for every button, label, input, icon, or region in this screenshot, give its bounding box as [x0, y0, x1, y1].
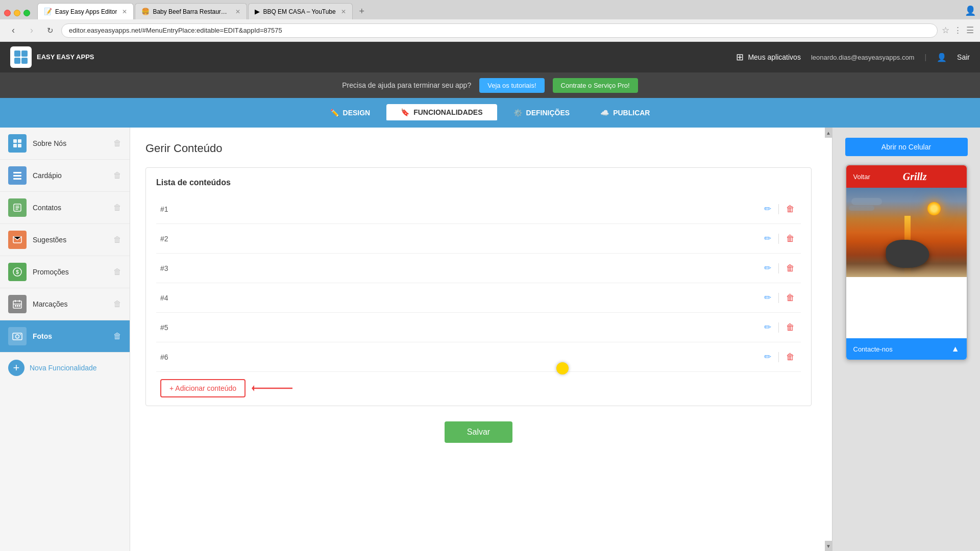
tab3-close[interactable]: ✕	[341, 8, 346, 15]
open-mobile-btn[interactable]: Abrir no Celular	[845, 138, 968, 156]
tab-funcionalidades[interactable]: 🔖 FUNCIONALIDADES	[386, 104, 497, 122]
bookmark-icon[interactable]: ☆	[942, 25, 949, 36]
item1-edit-btn[interactable]: ✏	[762, 202, 773, 216]
tab2-close[interactable]: ✕	[235, 8, 240, 15]
close-window-btn[interactable]	[4, 10, 11, 16]
tab3-favicon: ▶	[255, 8, 260, 15]
minimize-window-btn[interactable]	[14, 10, 20, 16]
sidebar-item-sugestoes[interactable]: Sugestões 🗑	[0, 224, 130, 256]
sugestoes-delete[interactable]: 🗑	[113, 235, 121, 244]
content-item-2: #2 ✏ 🗑	[156, 224, 801, 254]
item3-delete-btn[interactable]: 🗑	[784, 261, 797, 276]
tab1-close[interactable]: ✕	[122, 8, 127, 15]
svg-text:$: $	[16, 269, 19, 275]
extensions-icon[interactable]: ⋮	[953, 25, 962, 36]
back-btn[interactable]: ‹	[6, 23, 20, 38]
browser-tab-1[interactable]: 📝 Easy Easy Apps Editor ✕	[37, 3, 134, 19]
pro-btn[interactable]: Contrate o Serviço Pro!	[553, 78, 638, 93]
tab2-favicon: 🍔	[141, 8, 150, 15]
tab1-favicon: 📝	[44, 8, 52, 15]
contatos-delete[interactable]: 🗑	[113, 203, 121, 212]
item4-delete-btn[interactable]: 🗑	[784, 291, 797, 305]
apps-btn[interactable]: ⊞ Meus aplicativos	[736, 52, 801, 63]
cardapio-delete[interactable]: 🗑	[113, 171, 121, 180]
reload-btn[interactable]: ↻	[43, 23, 57, 38]
sidebar: Sobre Nós 🗑 Cardápio 🗑 Contatos 🗑	[0, 128, 130, 551]
logo-area: EASY EASY APPS	[10, 46, 94, 68]
add-content-btn[interactable]: + Adicionar conteúdo	[160, 379, 246, 397]
tab-design[interactable]: ✏️ DESIGN	[316, 105, 385, 121]
sobre-nos-delete[interactable]: 🗑	[113, 139, 121, 148]
phone-header: Voltar Grillz	[846, 165, 967, 188]
item6-actions: ✏ 🗑	[762, 349, 797, 364]
item2-edit-btn[interactable]: ✏	[762, 231, 773, 246]
forward-btn[interactable]: ›	[24, 23, 39, 38]
sidebar-item-promocoes[interactable]: $ Promoções 🗑	[0, 256, 130, 288]
item2-divider	[778, 234, 779, 244]
cardapio-label: Cardápio	[33, 171, 107, 180]
tutorials-btn[interactable]: Veja os tutoriais!	[479, 78, 544, 93]
svg-rect-16	[19, 305, 20, 307]
sair-link[interactable]: Sair	[957, 53, 970, 61]
marcacoes-delete[interactable]: 🗑	[113, 299, 121, 309]
item6-edit-btn[interactable]: ✏	[762, 349, 773, 364]
sugestoes-icon	[8, 231, 27, 249]
sidebar-item-marcacoes[interactable]: Marcações 🗑	[0, 288, 130, 320]
phone-bottom-chevron: ▲	[951, 344, 960, 354]
item5-edit-btn[interactable]: ✏	[762, 320, 773, 335]
item1-delete-btn[interactable]: 🗑	[784, 202, 797, 216]
menu-icon[interactable]: ☰	[966, 25, 974, 36]
logo-icon	[10, 46, 32, 68]
phone-brand: Grillz	[903, 171, 927, 183]
list-title: Lista de conteúdos	[156, 178, 801, 187]
main-area: Sobre Nós 🗑 Cardápio 🗑 Contatos 🗑	[0, 128, 980, 551]
fotos-icon	[8, 327, 27, 345]
sidebar-add-btn[interactable]: + Nova Funcionalidade	[0, 353, 130, 383]
promocoes-delete[interactable]: 🗑	[113, 267, 121, 277]
item6-delete-btn[interactable]: 🗑	[784, 350, 797, 364]
phone-back-btn[interactable]: Voltar	[853, 173, 870, 181]
svg-marker-21	[252, 385, 254, 391]
svg-rect-7	[18, 144, 21, 147]
account-btn[interactable]: 👤	[965, 5, 976, 19]
item2-label: #2	[160, 235, 762, 243]
fotos-delete[interactable]: 🗑	[113, 332, 121, 341]
nav-tabs: ✏️ DESIGN 🔖 FUNCIONALIDADES ⚙️ DEFINIÇÕE…	[0, 98, 980, 128]
apps-btn-label: Meus aplicativos	[748, 53, 801, 61]
scroll-up-arrow[interactable]: ▲	[825, 128, 832, 138]
new-tab-btn[interactable]: +	[355, 5, 369, 19]
item6-label: #6	[160, 353, 762, 361]
design-icon: ✏️	[330, 109, 339, 117]
svg-rect-6	[13, 144, 17, 147]
item2-delete-btn[interactable]: 🗑	[784, 232, 797, 246]
browser-tab-2[interactable]: 🍔 Baby Beef Barra Restauran... ✕	[135, 3, 247, 19]
item4-edit-btn[interactable]: ✏	[762, 290, 773, 305]
svg-rect-14	[15, 305, 16, 307]
promocoes-icon: $	[8, 263, 27, 281]
nav-right: ⊞ Meus aplicativos leonardo.dias@easyeas…	[736, 52, 970, 63]
address-bar[interactable]	[61, 23, 938, 38]
item1-label: #1	[160, 205, 762, 213]
sidebar-item-cardapio[interactable]: Cardápio 🗑	[0, 160, 130, 192]
phone-preview: Voltar Grillz	[845, 164, 968, 361]
svg-rect-1	[21, 51, 28, 57]
tab-definicoes[interactable]: ⚙️ DEFINIÇÕES	[499, 105, 584, 121]
add-label: Nova Funcionalidade	[30, 364, 97, 372]
sidebar-item-fotos[interactable]: Fotos 🗑	[0, 320, 130, 353]
scroll-down-arrow[interactable]: ▼	[825, 541, 832, 551]
maximize-window-btn[interactable]	[23, 10, 30, 16]
item5-delete-btn[interactable]: 🗑	[784, 320, 797, 335]
browser-tab-3[interactable]: ▶ BBQ EM CASA – YouTube ✕	[248, 3, 352, 19]
logo-svg	[13, 49, 29, 65]
nav-separator: |	[924, 53, 926, 61]
save-btn[interactable]: Salvar	[445, 421, 512, 443]
item3-edit-btn[interactable]: ✏	[762, 261, 773, 276]
add-content-row: + Adicionar conteúdo	[156, 372, 801, 397]
tab-publicar[interactable]: ☁️ PUBLICAR	[586, 105, 664, 121]
arrow-indicator	[252, 383, 298, 393]
sidebar-item-sobre-nos[interactable]: Sobre Nós 🗑	[0, 128, 130, 160]
marcacoes-label: Marcações	[33, 300, 107, 308]
svg-rect-13	[13, 301, 21, 308]
sidebar-item-contatos[interactable]: Contatos 🗑	[0, 192, 130, 224]
content-list-box: Lista de conteúdos #1 ✏ 🗑 #2	[145, 167, 812, 406]
